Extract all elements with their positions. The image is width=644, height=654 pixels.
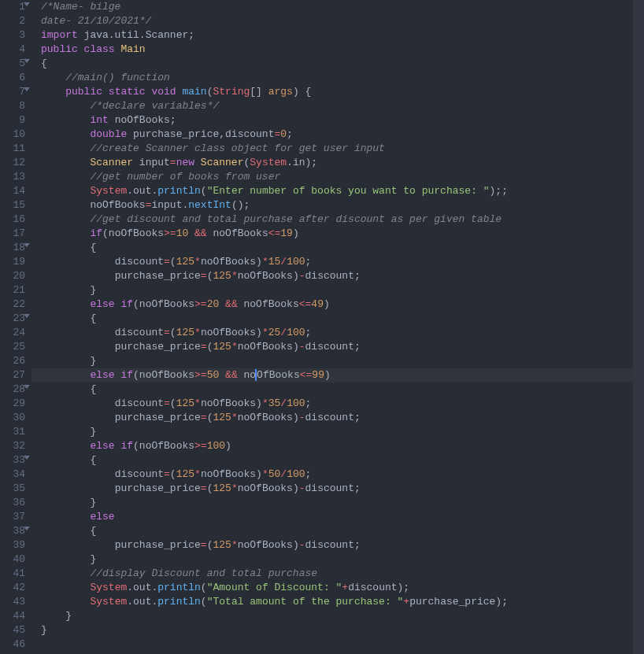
line-number: 1 <box>6 0 25 14</box>
code-line: { <box>41 241 644 255</box>
code-line: Scanner input=new Scanner(System.in); <box>41 156 644 170</box>
line-number: 36 <box>6 496 25 510</box>
fold-toggle-icon[interactable] <box>24 59 30 63</box>
line-number: 46 <box>6 637 25 652</box>
code-line: } <box>41 425 644 439</box>
line-number: 37 <box>6 510 25 524</box>
code-line: purchase_price=(125*noOfBooks)-discount; <box>41 340 644 354</box>
code-line: else if(noOfBooks>=20 && noOfBooks<=49) <box>41 297 644 312</box>
line-number: 23 <box>6 312 25 326</box>
code-line: { <box>41 453 644 467</box>
code-line: int noOfBooks; <box>41 113 644 127</box>
code-line: noOfBooks=input.nextInt(); <box>41 198 644 212</box>
code-line: purchase_price=(125*noOfBooks)-discount; <box>41 482 644 496</box>
line-number: 45 <box>6 623 25 637</box>
line-number: 43 <box>6 595 25 609</box>
line-number: 15 <box>6 198 25 212</box>
code-line: { <box>41 57 644 71</box>
code-line: discount=(125*noOfBooks)*25/100; <box>41 326 644 340</box>
line-number: 38 <box>6 524 25 538</box>
code-line: purchase_price=(125*noOfBooks)-discount; <box>41 538 644 552</box>
code-line: else <box>41 510 644 524</box>
line-number: 33 <box>6 453 25 467</box>
line-number: 34 <box>6 467 25 482</box>
vertical-scrollbar[interactable] <box>633 0 644 654</box>
line-number: 10 <box>6 127 25 142</box>
code-line: public static void main(String[] args) { <box>41 85 644 99</box>
code-line: } <box>41 609 644 623</box>
code-line: purchase_price=(125*noOfBooks)-discount; <box>41 411 644 425</box>
line-number: 17 <box>6 227 25 241</box>
line-number: 22 <box>6 297 25 312</box>
code-line: if(noOfBooks>=10 && noOfBooks<=19) <box>41 227 644 241</box>
line-number: 16 <box>6 212 25 227</box>
code-line: //create Scanner class object for get us… <box>41 142 644 156</box>
line-number: 41 <box>6 567 25 581</box>
code-line: public class Main <box>41 42 644 57</box>
code-line: //get number of books from user <box>41 170 644 184</box>
line-number: 39 <box>6 538 25 552</box>
line-number: 9 <box>6 113 25 127</box>
code-line: //main() function <box>41 71 644 85</box>
fold-toggle-icon[interactable] <box>24 385 30 389</box>
fold-toggle-icon[interactable] <box>24 314 30 318</box>
line-gutter: 1234567891011121314151617181920212223242… <box>0 0 31 654</box>
code-line: /*Name- bilge <box>41 0 644 14</box>
code-line: //get discount and total purchase after … <box>41 212 644 227</box>
code-line: } <box>41 496 644 510</box>
fold-toggle-icon[interactable] <box>24 243 30 247</box>
code-line: double purchase_price,discount=0; <box>41 127 644 142</box>
line-number: 24 <box>6 326 25 340</box>
code-line: System.out.println("Amount of Discount: … <box>41 581 644 595</box>
line-number: 8 <box>6 99 25 113</box>
code-line: else if(noOfBooks>=100) <box>41 439 644 453</box>
code-line-active: else if(noOfBooks>=50 && noOfBooks<=99) <box>31 368 644 382</box>
line-number: 27 <box>6 368 25 382</box>
line-number: 31 <box>6 425 25 439</box>
line-number: 14 <box>6 184 25 198</box>
code-line <box>41 637 644 652</box>
code-line: System.out.println("Total amount of the … <box>41 595 644 609</box>
fold-toggle-icon[interactable] <box>24 2 30 6</box>
line-number: 30 <box>6 411 25 425</box>
line-number: 5 <box>6 57 25 71</box>
line-number: 4 <box>6 42 25 57</box>
code-line: discount=(125*noOfBooks)*35/100; <box>41 397 644 411</box>
code-line: //display Discount and total purchase <box>41 567 644 581</box>
line-number: 11 <box>6 142 25 156</box>
code-line: { <box>41 382 644 397</box>
line-number: 26 <box>6 354 25 368</box>
line-number: 19 <box>6 255 25 269</box>
fold-toggle-icon[interactable] <box>24 527 30 530</box>
line-number: 35 <box>6 482 25 496</box>
code-editor[interactable]: /*Name- bilge date- 21/10/2021*/ import … <box>31 0 644 654</box>
code-line: discount=(125*noOfBooks)*50/100; <box>41 467 644 482</box>
line-number: 3 <box>6 28 25 42</box>
line-number: 18 <box>6 241 25 255</box>
code-line: } <box>41 623 644 637</box>
code-line: { <box>41 312 644 326</box>
code-line: } <box>41 283 644 297</box>
fold-toggle-icon[interactable] <box>24 87 30 91</box>
line-number: 44 <box>6 609 25 623</box>
line-number: 25 <box>6 340 25 354</box>
code-line: /*declare variables*/ <box>41 99 644 113</box>
line-number: 2 <box>6 14 25 28</box>
code-line: discount=(125*noOfBooks)*15/100; <box>41 255 644 269</box>
fold-toggle-icon[interactable] <box>24 456 30 460</box>
line-number: 6 <box>6 71 25 85</box>
code-line: } <box>41 552 644 567</box>
code-line: purchase_price=(125*noOfBooks)-discount; <box>41 269 644 283</box>
line-number: 42 <box>6 581 25 595</box>
line-number: 12 <box>6 156 25 170</box>
line-number: 29 <box>6 397 25 411</box>
code-line: date- 21/10/2021*/ <box>41 14 644 28</box>
line-number: 40 <box>6 552 25 567</box>
line-number: 7 <box>6 85 25 99</box>
code-line: System.out.println("Enter number of book… <box>41 184 644 198</box>
line-number: 21 <box>6 283 25 297</box>
code-line: } <box>41 354 644 368</box>
line-number: 20 <box>6 269 25 283</box>
line-number: 13 <box>6 170 25 184</box>
line-number: 28 <box>6 382 25 397</box>
